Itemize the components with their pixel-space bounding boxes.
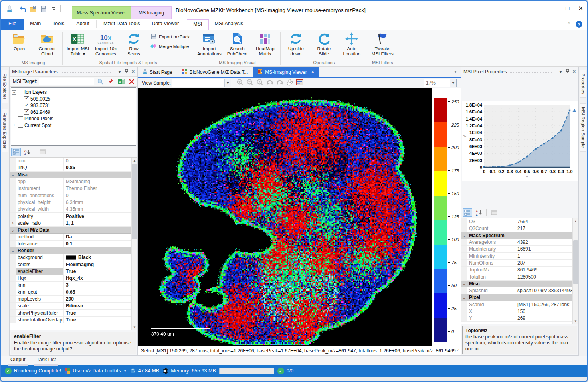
- category-chevron-icon[interactable]: ⌄: [10, 247, 16, 254]
- property-showtotalionoverlap[interactable]: showTotalIonOverlapTrue: [10, 317, 131, 323]
- task-counter-link[interactable]: 0/0: [287, 368, 293, 374]
- doc-tab-bionovogene-m-z-data-t-[interactable]: BioNovoGene M/Z Data T...: [177, 67, 253, 77]
- minimize-button[interactable]: —: [551, 5, 557, 12]
- view-sample-combo[interactable]: ▼: [172, 79, 231, 87]
- msi-target-input[interactable]: [39, 78, 94, 85]
- zoom-level-combo[interactable]: 17% ▼: [424, 79, 457, 87]
- checkbox[interactable]: [24, 109, 29, 115]
- property-app[interactable]: appMSImaging: [10, 178, 131, 185]
- property-num-annotations[interactable]: num_annotations0: [10, 192, 131, 199]
- merge-multiple-button[interactable]: Merge Multiple: [148, 42, 192, 50]
- tree-item-861-9469[interactable]: 861.9469: [12, 109, 135, 116]
- property-splashid[interactable]: SplashIdsplash10-09jv-385314493: [461, 287, 572, 294]
- property-physical-height[interactable]: physical_height6.34mm: [10, 199, 131, 206]
- panel-close-icon[interactable]: ✕: [572, 69, 576, 74]
- category-misc[interactable]: ⌄Misc: [461, 281, 572, 287]
- menu-tab-main[interactable]: Main: [24, 19, 47, 30]
- property-physical-width[interactable]: physical_width4.35mm: [10, 206, 131, 213]
- checkbox[interactable]: [18, 123, 23, 128]
- category-chevron-icon[interactable]: ⌄: [10, 172, 16, 178]
- category-pixel-m-z-data[interactable]: ⌄Pixel M/z Data: [10, 227, 131, 234]
- tree-item-983-0731[interactable]: 983.0731: [12, 102, 135, 109]
- pin-red-icon[interactable]: [106, 77, 115, 85]
- category-mass-spectrum[interactable]: ⌄Mass Spectrum: [461, 232, 572, 239]
- checkbox[interactable]: [24, 96, 29, 101]
- search-icon[interactable]: [96, 77, 105, 85]
- property-polarity[interactable]: polarityPositive: [10, 213, 131, 220]
- panel-menu-chevron-icon[interactable]: ▼: [117, 69, 122, 74]
- property-q3[interactable]: Q37664: [461, 218, 572, 225]
- qat-dropdown-icon[interactable]: [50, 5, 58, 13]
- panel-pin-icon[interactable]: [125, 69, 129, 75]
- property-scale-ratio[interactable]: ›scale_ratio1, 1: [10, 220, 131, 227]
- maximize-button[interactable]: □: [566, 5, 569, 12]
- rotate-button[interactable]: Rotate Slide: [310, 31, 337, 57]
- menu-tab-msi[interactable]: MSI: [187, 19, 208, 30]
- snapshot-monitor-icon[interactable]: [296, 79, 303, 87]
- side-tab-properties[interactable]: Properties: [580, 70, 586, 98]
- pan-hand-icon[interactable]: [286, 79, 293, 87]
- property-maplevels[interactable]: mapLevels200: [10, 296, 131, 303]
- up-side-button[interactable]: Up side down: [282, 31, 309, 57]
- property-enablefilter[interactable]: enableFilterTrue: [10, 268, 131, 275]
- msi-heatmap-image[interactable]: [138, 88, 419, 346]
- zoom-reset-icon[interactable]: [256, 79, 263, 87]
- panel-close-icon[interactable]: ✕: [131, 69, 135, 74]
- toolkit-menu[interactable]: Use m/z Data Toolkits▼: [64, 368, 127, 374]
- scroll-down-arrow[interactable]: ▼: [573, 318, 578, 324]
- menu-tab-file[interactable]: File: [1, 19, 24, 30]
- tree-item-ion-layers[interactable]: −Ion Layers: [12, 89, 135, 96]
- sort-az-icon[interactable]: AZ: [474, 208, 483, 217]
- category-render[interactable]: ⌄Render: [10, 247, 131, 254]
- export-mzpack-button[interactable]: Export mzPack: [148, 33, 192, 41]
- property-method[interactable]: methodDa: [10, 234, 131, 240]
- row-button[interactable]: Row Scans: [120, 31, 147, 57]
- menu-tab-msi-analysis[interactable]: MSI Analysis: [209, 19, 249, 30]
- tree-item-508-0025[interactable]: 508.0025: [12, 96, 135, 103]
- auto-button[interactable]: Auto Location: [338, 31, 365, 57]
- doc-tab-start-page[interactable]: Start Page: [138, 67, 177, 77]
- property-tolerance[interactable]: tolerance0.1: [10, 241, 131, 247]
- open-button[interactable]: Open: [6, 31, 33, 52]
- msi-image-viewport[interactable]: 870.40 um 2502252001751501251007550250: [138, 88, 461, 346]
- excel-export-icon[interactable]: X: [117, 77, 125, 85]
- property-instrument[interactable]: instrumentThermo Fisher: [10, 185, 131, 192]
- property-maxintensity[interactable]: MaxIntensity16691: [461, 246, 572, 253]
- property-y[interactable]: Y269: [461, 315, 572, 322]
- panel-pin-icon[interactable]: [566, 69, 570, 75]
- zoom-combo-dropdown-icon[interactable]: ▼: [450, 79, 456, 87]
- import-10x-button[interactable]: 10xGENOMICSImport 10x Genomics: [92, 31, 119, 57]
- property-topionmz[interactable]: TopIonMz861.9469: [461, 267, 572, 273]
- collapse-icon[interactable]: −: [12, 90, 16, 95]
- property-showphysicalruler[interactable]: showPhysicalRulerTrue: [10, 310, 131, 317]
- menu-tab-tools[interactable]: Tools: [47, 19, 70, 30]
- tree-item-pinned-pixels[interactable]: Pinned Pixels: [12, 115, 135, 122]
- doc-tab-ms-imaging-viewer[interactable]: MS-Imaging Viewer✕: [253, 67, 319, 77]
- property-averageions[interactable]: AverageIons4392: [461, 239, 572, 246]
- menu-tab-data-viewer[interactable]: Data Viewer: [146, 19, 185, 30]
- menu-tab-about[interactable]: About: [70, 19, 95, 30]
- save-as-icon[interactable]: [29, 5, 37, 13]
- property-colors[interactable]: colorsFlexImaging: [10, 261, 131, 268]
- property-min[interactable]: min0: [10, 158, 131, 164]
- clear-red-x-icon[interactable]: [127, 77, 136, 85]
- checkbox[interactable]: [18, 116, 23, 121]
- collapse-ribbon-icon[interactable]: ⌃: [567, 22, 571, 27]
- property-totalion[interactable]: TotalIon1260500: [461, 273, 572, 280]
- property-scale[interactable]: scaleBilinear: [10, 303, 131, 309]
- zoom-out-icon[interactable]: [246, 79, 253, 87]
- property-hqx[interactable]: HqxHqx_4x: [10, 275, 131, 282]
- property-knn-qcut[interactable]: knn_qcut0.65: [10, 289, 131, 296]
- row-gutter[interactable]: ›: [10, 220, 16, 226]
- right-grid-scrollbar[interactable]: ▲ ▼: [572, 218, 578, 324]
- help-icon[interactable]: ?: [576, 21, 582, 28]
- property-q3count[interactable]: Q3Count217: [461, 225, 572, 232]
- bottom-tab-output[interactable]: Output: [6, 356, 30, 365]
- tweaks-button[interactable]: Tweaks MSI Filters: [369, 31, 396, 57]
- tab-list-dropdown-icon[interactable]: ▼: [453, 69, 457, 74]
- checkbox[interactable]: [18, 90, 23, 95]
- checkbox[interactable]: [24, 103, 29, 108]
- property-x[interactable]: X150: [461, 308, 572, 315]
- left-grid-scrollbar[interactable]: ▲ ▼: [131, 158, 137, 330]
- zoom-in-icon[interactable]: [236, 79, 244, 87]
